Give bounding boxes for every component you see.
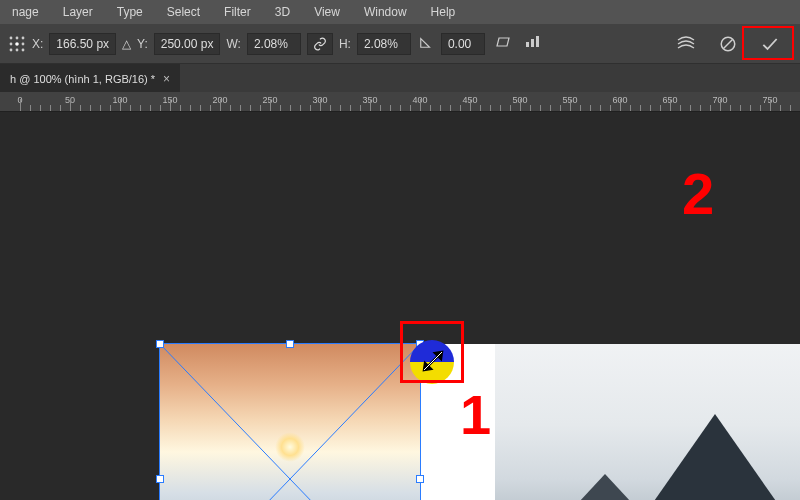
reference-point-icon[interactable] [8, 35, 26, 53]
mountain-shape [495, 474, 735, 500]
x-field[interactable]: 166.50 px [49, 33, 116, 55]
menu-select[interactable]: Select [155, 1, 212, 23]
warp-mode-icon[interactable] [674, 32, 698, 56]
svg-point-2 [22, 36, 25, 39]
angle-field[interactable]: 0.00 [441, 33, 485, 55]
h-label: H: [339, 37, 351, 51]
y-label: Y: [137, 37, 148, 51]
svg-point-1 [16, 36, 19, 39]
x-label: X: [32, 37, 43, 51]
annotation-number-1: 1 [460, 382, 491, 447]
w-field[interactable]: 2.08% [247, 33, 301, 55]
document-tab-bar: h @ 100% (hình 1, RGB/16) * × [0, 64, 800, 92]
placed-image-1[interactable] [160, 344, 420, 500]
menu-filter[interactable]: Filter [212, 1, 263, 23]
menu-help[interactable]: Help [419, 1, 468, 23]
document-tab[interactable]: h @ 100% (hình 1, RGB/16) * × [0, 64, 180, 92]
menu-image[interactable]: nage [0, 1, 51, 23]
annotation-number-2: 2 [682, 160, 714, 227]
transform-actions [674, 32, 800, 56]
svg-point-8 [22, 48, 25, 51]
annotation-box-1 [400, 321, 464, 383]
svg-point-6 [10, 48, 13, 51]
menu-type[interactable]: Type [105, 1, 155, 23]
menu-window[interactable]: Window [352, 1, 419, 23]
menu-bar: nage Layer Type Select Filter 3D View Wi… [0, 0, 800, 24]
commit-transform-icon[interactable] [758, 32, 782, 56]
skew-h-icon[interactable] [491, 36, 515, 51]
svg-rect-9 [526, 42, 529, 47]
svg-point-7 [16, 48, 19, 51]
svg-rect-11 [536, 36, 539, 47]
rotate-icon[interactable] [417, 35, 435, 52]
document-tab-title: h @ 100% (hình 1, RGB/16) * [10, 73, 155, 85]
horizontal-ruler: 0501001502002503003504004505005506006507… [0, 92, 800, 112]
w-label: W: [226, 37, 240, 51]
svg-rect-10 [531, 39, 534, 47]
y-field[interactable]: 250.00 px [154, 33, 221, 55]
menu-view[interactable]: View [302, 1, 352, 23]
interpolation-icon[interactable] [521, 36, 549, 51]
options-bar: X: 166.50 px △ Y: 250.00 px W: 2.08% H: … [0, 24, 800, 64]
svg-point-4 [15, 42, 19, 46]
menu-3d[interactable]: 3D [263, 1, 302, 23]
svg-point-0 [10, 36, 13, 39]
svg-point-3 [10, 42, 13, 45]
close-tab-icon[interactable]: × [163, 72, 170, 86]
menu-layer[interactable]: Layer [51, 1, 105, 23]
delta-icon[interactable]: △ [122, 37, 131, 51]
h-field[interactable]: 2.08% [357, 33, 411, 55]
placed-image-2 [495, 344, 800, 500]
sun-glow [275, 432, 305, 462]
svg-point-5 [22, 42, 25, 45]
cancel-transform-icon[interactable] [716, 32, 740, 56]
link-aspect-button[interactable] [307, 33, 333, 55]
svg-line-13 [724, 39, 733, 48]
